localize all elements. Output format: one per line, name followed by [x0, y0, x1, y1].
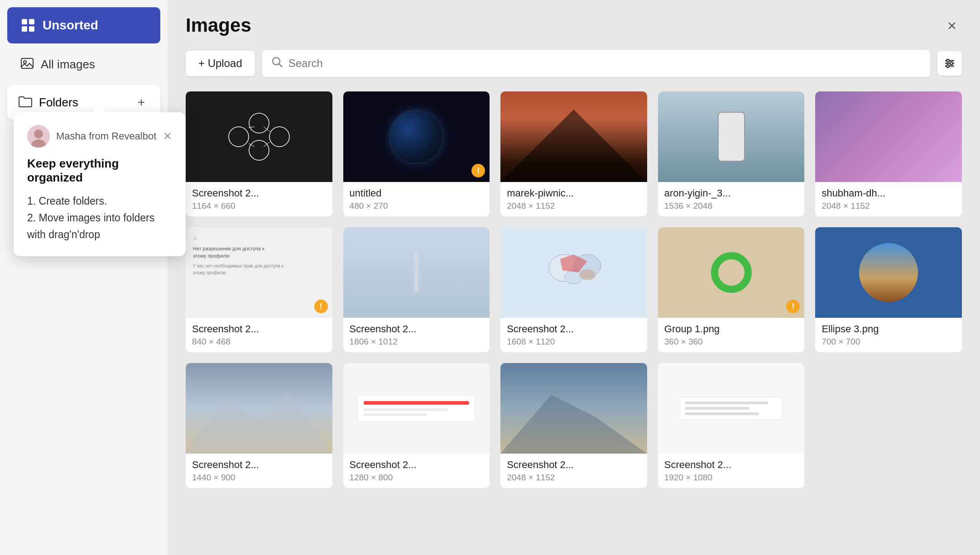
image-name: Screenshot 2...: [192, 187, 326, 199]
image-card[interactable]: Screenshot 2...1806 × 1012: [343, 227, 490, 352]
image-card[interactable]: Screenshot 2...1164 × 660: [186, 91, 332, 216]
image-info: Ellipse 3.png700 × 700: [815, 318, 962, 352]
image-card[interactable]: Ellipse 3.png700 × 700: [815, 227, 962, 352]
image-thumbnail: [343, 363, 490, 454]
image-name: Screenshot 2...: [507, 459, 641, 471]
image-card[interactable]: Screenshot 2...1440 × 900: [186, 363, 332, 488]
page-title: Images: [186, 14, 251, 36]
image-name: Screenshot 2...: [192, 459, 326, 471]
search-bar: [262, 50, 930, 77]
image-thumbnail: [500, 227, 647, 318]
sidebar-item-all-images[interactable]: All images: [7, 47, 160, 81]
tooltip-close-button[interactable]: ✕: [163, 131, 172, 142]
image-card[interactable]: Screenshot 2...1608 × 1120: [500, 227, 647, 352]
svg-point-18: [249, 113, 269, 133]
image-info: Screenshot 2...1440 × 900: [186, 454, 332, 488]
image-card[interactable]: Screenshot 2...1280 × 800: [343, 363, 490, 488]
sidebar-item-unsorted[interactable]: Unsorted: [7, 7, 160, 43]
folder-icon: [18, 95, 33, 110]
svg-point-15: [950, 62, 953, 65]
tooltip-popup: Masha from Revealbot ✕ Keep everything o…: [14, 112, 186, 256]
add-folder-button[interactable]: +: [133, 94, 149, 110]
image-dimensions: 1608 × 1120: [507, 337, 641, 347]
tooltip-user: Masha from Revealbot: [27, 125, 156, 148]
image-card[interactable]: !Group 1.png360 × 360: [658, 227, 805, 352]
tooltip-body: 1. Create folders. 2. Move images into f…: [27, 193, 172, 243]
close-button[interactable]: ×: [942, 15, 962, 35]
image-info: aron-yigin-_3...1536 × 2048: [658, 182, 805, 216]
image-info: marek-piwnic...2048 × 1152: [500, 182, 647, 216]
svg-point-30: [579, 269, 596, 280]
image-info: Screenshot 2...1920 × 1080: [658, 454, 805, 488]
tooltip-title: Keep everything organized: [27, 157, 172, 185]
image-dimensions: 840 × 468: [192, 337, 326, 347]
image-thumbnail: !: [658, 227, 805, 318]
filter-button[interactable]: [937, 51, 962, 76]
image-name: Group 1.png: [664, 323, 798, 335]
image-thumbnail: [815, 227, 962, 318]
svg-marker-31: [186, 390, 332, 454]
svg-point-19: [269, 127, 289, 147]
image-thumbnail: [658, 91, 805, 182]
image-card[interactable]: Screenshot 2...2048 × 1152: [500, 363, 647, 488]
main-content: Images × + Upload: [168, 0, 980, 555]
image-dimensions: 360 × 360: [664, 337, 798, 347]
image-name: Screenshot 2...: [192, 323, 326, 335]
image-thumbnail: [186, 363, 332, 454]
image-info: shubham-dh...2048 × 1152: [815, 182, 962, 216]
svg-marker-25: [500, 110, 647, 182]
image-card[interactable]: aron-yigin-_3...1536 × 2048: [658, 91, 805, 216]
main-header: Images ×: [186, 14, 962, 36]
svg-line-10: [279, 64, 282, 67]
upload-label: + Upload: [198, 57, 242, 70]
image-card[interactable]: !untitled480 × 270: [343, 91, 490, 216]
upload-button[interactable]: + Upload: [186, 51, 255, 76]
search-input[interactable]: [288, 57, 921, 70]
search-icon: [271, 56, 283, 71]
all-images-icon: [20, 56, 34, 72]
svg-point-16: [946, 65, 949, 67]
image-thumbnail: ⚠ Нет разрешения для доступа к этому про…: [186, 227, 332, 318]
image-info: Screenshot 2...1280 × 800: [343, 454, 490, 488]
svg-rect-3: [29, 26, 34, 32]
image-thumbnail: [815, 91, 962, 182]
image-card[interactable]: Screenshot 2...1920 × 1080: [658, 363, 805, 488]
warning-badge: !: [314, 300, 328, 313]
image-info: Screenshot 2...1164 × 660: [186, 182, 332, 216]
svg-marker-32: [500, 395, 647, 454]
image-dimensions: 2048 × 1152: [507, 473, 641, 483]
image-info: untitled480 × 270: [343, 182, 490, 216]
avatar: [27, 125, 50, 148]
image-name: Screenshot 2...: [507, 323, 641, 335]
tooltip-username: Masha from Revealbot: [56, 130, 156, 142]
image-dimensions: 2048 × 1152: [507, 201, 641, 211]
svg-rect-2: [22, 26, 27, 32]
image-dimensions: 480 × 270: [350, 201, 484, 211]
svg-point-17: [229, 127, 249, 147]
svg-point-14: [946, 59, 949, 62]
all-images-label: All images: [41, 57, 95, 72]
image-name: aron-yigin-_3...: [664, 187, 798, 199]
image-info: Screenshot 2...2048 × 1152: [500, 454, 647, 488]
toolbar: + Upload: [186, 50, 962, 77]
image-name: untitled: [350, 187, 484, 199]
svg-point-9: [273, 57, 280, 65]
tooltip-step2: 2. Move images into folders with drag'n'…: [27, 210, 172, 243]
image-card[interactable]: shubham-dh...2048 × 1152: [815, 91, 962, 216]
image-dimensions: 2048 × 1152: [821, 201, 956, 211]
image-dimensions: 1806 × 1012: [350, 337, 484, 347]
svg-rect-1: [29, 19, 34, 24]
image-card[interactable]: ⚠ Нет разрешения для доступа к этому про…: [186, 227, 332, 352]
image-card[interactable]: marek-piwnic...2048 × 1152: [500, 91, 647, 216]
grid-icon: [20, 17, 36, 33]
image-thumbnail: [500, 91, 647, 182]
sidebar: Unsorted All images Folders +: [0, 0, 168, 555]
image-dimensions: 1164 × 660: [192, 201, 326, 211]
image-thumbnail: !: [343, 91, 490, 182]
svg-rect-4: [21, 58, 33, 68]
image-info: Screenshot 2...1608 × 1120: [500, 318, 647, 352]
folders-label: Folders: [39, 96, 78, 110]
image-grid: Screenshot 2...1164 × 660 !untitled480 ×…: [186, 91, 962, 488]
image-thumbnail: [658, 363, 805, 454]
svg-point-7: [34, 129, 43, 139]
